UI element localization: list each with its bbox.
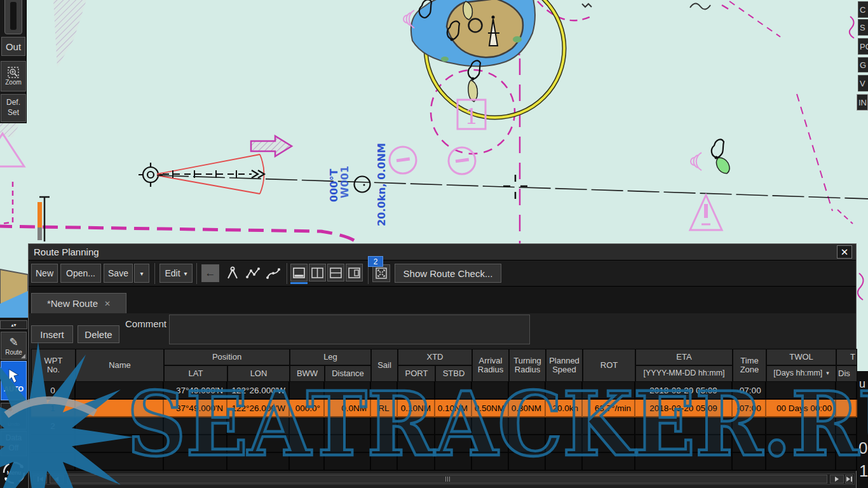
cell-turning-radius[interactable]: 0.30NM xyxy=(509,400,546,417)
layout-horizontal-split-button[interactable] xyxy=(327,264,344,281)
cell-planned-speed[interactable] xyxy=(546,417,583,435)
route-zigzag-tool[interactable] xyxy=(243,264,262,283)
col-sail[interactable]: Sail xyxy=(371,349,398,382)
edit-dropdown-button[interactable]: Edit ▾ xyxy=(159,264,193,283)
cell-port[interactable] xyxy=(398,417,435,435)
cell-stbd[interactable] xyxy=(435,417,472,435)
panel-titlebar[interactable]: Route Planning ✕ xyxy=(29,244,856,261)
cell-time-zone[interactable]: -07:00 xyxy=(733,382,766,400)
col-lat[interactable]: LAT xyxy=(164,365,227,382)
cell-stbd[interactable]: 0.10NM xyxy=(435,400,472,417)
cell-twol[interactable]: 00 Days 00:00 xyxy=(766,400,836,417)
cell-distance[interactable]: 0.0NM xyxy=(325,400,371,417)
cell-arrival-radius[interactable]: 0.50NM xyxy=(472,400,509,417)
col-time-zone[interactable]: TimeZone xyxy=(733,349,766,382)
comment-input[interactable] xyxy=(169,315,530,344)
tab-close-icon[interactable]: ✕ xyxy=(104,299,111,308)
zoom-slider[interactable] xyxy=(4,0,22,34)
save-button[interactable]: Save xyxy=(104,264,133,283)
cell-name[interactable] xyxy=(76,400,164,417)
cell-time-zone[interactable]: -07:00 xyxy=(733,400,766,417)
back-button[interactable]: ← xyxy=(201,264,219,282)
right-edge-button-v[interactable]: V xyxy=(858,75,868,92)
col-bww[interactable]: BWW xyxy=(290,365,325,382)
col-lon[interactable]: LON xyxy=(227,365,290,382)
cell-bww[interactable]: 000.0° xyxy=(290,400,325,417)
new-button[interactable]: New xyxy=(31,264,58,283)
col-name[interactable]: Name xyxy=(76,349,164,382)
insert-waypoint-tool[interactable] xyxy=(223,264,242,283)
col-stbd[interactable]: STBD xyxy=(435,365,472,382)
cell-distance[interactable] xyxy=(325,417,371,435)
undo-button[interactable]: ↶ Undo xyxy=(1,403,27,430)
fullscreen-button[interactable] xyxy=(372,264,390,282)
route-curve-tool[interactable] xyxy=(264,264,283,283)
delete-button[interactable]: Delete xyxy=(78,325,119,343)
scroll-right-end-button[interactable] xyxy=(845,475,853,484)
right-edge-button-in[interactable]: IN xyxy=(857,94,868,111)
cell-arrival-radius[interactable] xyxy=(472,417,509,435)
cell-lat[interactable] xyxy=(164,417,227,435)
route-button[interactable]: ✎ Route xyxy=(1,332,27,360)
cell-sail[interactable] xyxy=(371,382,398,400)
open-button[interactable]: Open... xyxy=(60,264,101,283)
col-turning-radius[interactable]: TurningRadius xyxy=(509,349,546,382)
cell-wpt[interactable]: 1 xyxy=(31,400,76,417)
scroll-right-button[interactable] xyxy=(830,475,844,484)
cell-time-zone[interactable] xyxy=(733,417,766,435)
waypoint-row-2[interactable]: 2 xyxy=(31,417,857,435)
cell-rot[interactable] xyxy=(583,417,635,435)
col-planned-speed[interactable]: PlannedSpeed xyxy=(546,349,583,382)
cell-bww[interactable] xyxy=(290,417,325,435)
col-twol-format[interactable]: [Days hh:mm]▾ xyxy=(766,365,836,382)
cell-port[interactable] xyxy=(398,382,435,400)
cell-lon[interactable] xyxy=(227,417,290,435)
cell-rot[interactable] xyxy=(583,382,635,400)
cell-twol[interactable] xyxy=(766,382,836,400)
cell-lon[interactable]: 122°26.000'W xyxy=(227,382,290,400)
right-edge-button-pc[interactable]: PC xyxy=(858,38,868,55)
cell-eta[interactable] xyxy=(635,417,733,435)
cell-turning-radius[interactable] xyxy=(509,382,546,400)
layout-vertical-split-button[interactable] xyxy=(309,264,326,281)
cell-planned-speed[interactable]: 20.0kn xyxy=(546,400,583,417)
col-rot[interactable]: ROT xyxy=(583,349,635,382)
menu-button[interactable]: Menu xyxy=(1,459,27,487)
zoom-out-button[interactable]: Out xyxy=(1,37,25,56)
col-wpt-no[interactable]: WPTNo. xyxy=(31,349,76,382)
cell-rot[interactable]: 63.7°/min xyxy=(583,400,635,417)
col-arrival-radius[interactable]: ArrivalRadius xyxy=(472,349,509,382)
scrollbar-thumb[interactable] xyxy=(67,475,827,484)
zoom-button[interactable]: Zoom xyxy=(1,61,26,92)
right-edge-button-g[interactable]: G xyxy=(858,57,868,72)
scroll-left-button[interactable] xyxy=(50,475,64,484)
cell-twol[interactable] xyxy=(766,417,836,435)
close-button[interactable]: ✕ xyxy=(837,245,852,259)
data-off-button[interactable]: Data Off xyxy=(1,431,27,456)
layout-single-button[interactable] xyxy=(290,264,308,281)
cell-sail[interactable] xyxy=(371,417,398,435)
scroll-left-end-button[interactable] xyxy=(33,475,47,484)
col-eta[interactable]: ETA xyxy=(635,349,733,365)
save-dropdown-button[interactable]: ▾ xyxy=(134,264,149,283)
waypoint-row-0[interactable]: 0 37°49.000'N 122°26.000'W 2018-03-20 05… xyxy=(31,382,857,400)
cell-lat[interactable]: 37°49.000'N xyxy=(164,400,227,417)
cell-planned-speed[interactable] xyxy=(546,382,583,400)
show-route-check-button[interactable]: Show Route Check... xyxy=(395,264,501,283)
auto-cursor-button[interactable]: AUTO xyxy=(1,361,27,400)
insert-button[interactable]: Insert xyxy=(31,325,73,343)
cell-distance[interactable] xyxy=(325,382,371,400)
cell-name[interactable] xyxy=(76,417,164,435)
horizontal-scrollbar[interactable] xyxy=(31,473,855,485)
right-edge-button-s[interactable]: S xyxy=(858,19,868,36)
col-distance[interactable]: Distance xyxy=(325,365,371,382)
waypoint-row-1-selected[interactable]: 1 37°49.000'N 122°26.000'W 000.0° 0.0NM … xyxy=(31,400,857,417)
cell-arrival-radius[interactable] xyxy=(472,382,509,400)
cell-port[interactable]: 0.10NM xyxy=(398,400,435,417)
sidebar-collapse-handle[interactable]: ▴▾ xyxy=(0,320,27,329)
cell-wpt[interactable]: 2 xyxy=(31,417,76,435)
cell-lon[interactable]: 122°26.000'W xyxy=(227,400,290,417)
tab-new-route[interactable]: *New Route ✕ xyxy=(31,293,126,313)
cell-wpt[interactable]: 0 xyxy=(31,382,76,400)
cell-sail[interactable]: RL xyxy=(371,400,398,417)
